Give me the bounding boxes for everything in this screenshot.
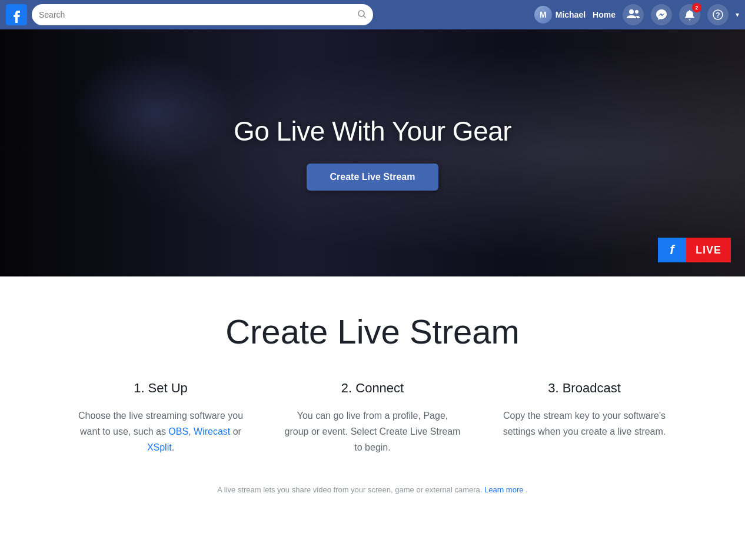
svg-text:?: ? xyxy=(716,11,720,19)
search-input[interactable] xyxy=(39,10,353,19)
obs-link[interactable]: OBS xyxy=(168,426,188,436)
hero-section: Go Live With Your Gear Create Live Strea… xyxy=(0,29,745,276)
notification-badge: 2 xyxy=(692,3,701,12)
step-1-desc: Choose the live streaming software you w… xyxy=(72,408,249,456)
xsplit-link[interactable]: XSplit xyxy=(147,442,172,452)
friends-icon-button[interactable] xyxy=(623,4,644,25)
navbar: M Michael Home 2 ? ▾ xyxy=(0,0,745,29)
page-title: Create Live Stream xyxy=(24,312,721,351)
facebook-logo-icon[interactable] xyxy=(6,4,27,25)
nav-dropdown-chevron-icon[interactable]: ▾ xyxy=(736,11,739,19)
step-2-heading: 2. Connect xyxy=(284,381,461,396)
fb-live-badge: f LIVE xyxy=(658,238,731,262)
step-1-text-or: or xyxy=(233,426,241,436)
wirecast-link[interactable]: Wirecast xyxy=(194,426,230,436)
hero-content: Go Live With Your Gear Create Live Strea… xyxy=(234,115,511,191)
svg-line-2 xyxy=(364,16,365,18)
footer-text-before: A live stream lets you share video from … xyxy=(217,485,484,494)
messenger-icon-button[interactable] xyxy=(651,4,672,25)
home-link[interactable]: Home xyxy=(593,10,616,19)
hero-monitor-glow xyxy=(71,53,235,171)
step-3-desc: Copy the stream key to your software's s… xyxy=(496,408,673,439)
search-icon[interactable] xyxy=(358,10,366,20)
step-2-connect: 2. Connect You can go live from a profil… xyxy=(284,381,461,456)
step-1-heading: 1. Set Up xyxy=(72,381,249,396)
avatar: M xyxy=(534,6,552,24)
search-bar[interactable] xyxy=(32,4,373,25)
fb-live-f-icon: f xyxy=(658,238,686,262)
step-3-heading: 3. Broadcast xyxy=(496,381,673,396)
learn-more-link[interactable]: Learn more xyxy=(484,485,523,494)
create-live-stream-hero-button[interactable]: Create Live Stream xyxy=(307,164,439,191)
step-1-period: . xyxy=(172,442,174,452)
step-2-desc: You can go live from a profile, Page, gr… xyxy=(284,408,461,456)
step-3-broadcast: 3. Broadcast Copy the stream key to your… xyxy=(496,381,673,456)
steps-grid: 1. Set Up Choose the live streaming soft… xyxy=(24,381,721,456)
footer-text-after: . xyxy=(526,485,528,494)
help-icon-button[interactable]: ? xyxy=(707,4,729,25)
fb-live-text: LIVE xyxy=(686,238,731,262)
step-1-setup: 1. Set Up Choose the live streaming soft… xyxy=(72,381,249,456)
notifications-icon-button[interactable]: 2 xyxy=(679,4,700,25)
user-name-label: Michael xyxy=(556,10,586,19)
nav-right: M Michael Home 2 ? ▾ xyxy=(534,4,739,25)
hero-title: Go Live With Your Gear xyxy=(234,115,511,147)
main-content: Create Live Stream 1. Set Up Choose the … xyxy=(0,276,745,518)
footer-note: A live stream lets you share video from … xyxy=(24,485,721,494)
user-profile-button[interactable]: M Michael xyxy=(534,6,586,24)
